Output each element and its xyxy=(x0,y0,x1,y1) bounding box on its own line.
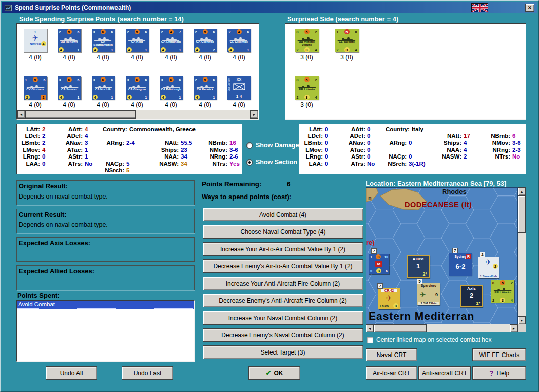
counter-bottom-factors: 41 xyxy=(160,47,183,52)
stat-value: 2 xyxy=(42,133,45,139)
undo-last-button[interactable]: Undo Last xyxy=(122,366,173,380)
air-unit-counter[interactable]: Sparviero✈92 SM.79bis xyxy=(417,283,440,305)
ok-label: OK xyxy=(274,370,283,377)
help-button[interactable]: ? Help xyxy=(472,366,526,380)
scroll-thumb[interactable] xyxy=(25,110,136,119)
spend-option-button[interactable]: Decrease Enemy's Anti-Aircraft Fire Colu… xyxy=(203,294,363,307)
ship-counter[interactable]: 156CV Glorious32 xyxy=(24,76,47,100)
ship-counter[interactable]: 852BB Littorio234 xyxy=(295,76,319,100)
division-size-symbol: XX xyxy=(237,77,241,81)
scroll-left-arrow[interactable]: ◄ xyxy=(366,324,374,332)
ship-silhouette-icon xyxy=(126,34,149,40)
air-counter[interactable]: 1✈Nimrod4 xyxy=(24,29,47,52)
unit-cell: 247CA Effingham414 (0) xyxy=(154,29,188,61)
axis-stack-marker[interactable]: Axis21* xyxy=(460,285,483,307)
spend-option-button[interactable]: Choose Naval Combat Type (4) xyxy=(203,225,363,239)
spend-option-button[interactable]: Increase Your Anti-Aircraft Fire Column … xyxy=(203,277,363,290)
counter-number: 4 xyxy=(315,96,318,99)
stat-value: 0 xyxy=(325,147,328,153)
ship-counter[interactable]: 852BB Vittorio Veneto234 xyxy=(295,29,319,52)
counter-bottom-factors: 234 xyxy=(295,94,319,100)
counter-number-circle: 3 xyxy=(376,254,381,259)
stat-cell: NAtt:17 xyxy=(440,133,489,139)
ship-counter[interactable]: 158CL Taranto234 xyxy=(335,29,359,52)
scroll-left-arrow[interactable]: ◄ xyxy=(17,110,25,119)
radio-circle-icon[interactable] xyxy=(246,142,253,149)
ship-counter[interactable]: 256CA Berwick41 xyxy=(194,76,217,100)
ship-counter[interactable]: 256BB Renown41 xyxy=(58,29,81,52)
ships-horizontal-scrollbar[interactable]: ◄► xyxy=(17,110,258,119)
ship-unit-counter[interactable]: SydneyR6-2 xyxy=(449,253,472,276)
stat-value: No xyxy=(367,161,375,167)
naval-unit-counter[interactable]: 1310M036 xyxy=(369,254,389,274)
counter-number: 3 xyxy=(93,78,96,82)
counter-bottom-factors: 234 xyxy=(295,47,319,52)
scroll-thumb[interactable] xyxy=(518,195,526,233)
ship-counter[interactable]: 852BB Littorio234 xyxy=(491,280,514,303)
stat-label: Country: xyxy=(386,126,410,132)
counter-top-factors: 366 xyxy=(126,76,149,82)
spend-option-button[interactable]: Decrease Enemy's Air-to-Air Combat Value… xyxy=(203,259,363,273)
center-map-checkbox[interactable] xyxy=(367,337,373,343)
center-map-option[interactable]: Center linked map on selected combat hex xyxy=(367,336,491,343)
spend-option-button[interactable]: Select Target (3) xyxy=(203,345,363,359)
stat-value: 0 xyxy=(325,133,328,139)
map-horizontal-scrollbar[interactable]: ◄► xyxy=(366,324,518,332)
spend-option-button[interactable]: Increase Your Naval Combat Column (2) xyxy=(203,311,363,325)
scroll-thumb[interactable] xyxy=(374,324,427,332)
ship-counter[interactable]: 366CA Edinburgh41 xyxy=(160,76,183,100)
air-to-air-crt-button[interactable]: Air-to-air CRT xyxy=(366,366,417,380)
stat-cell: LAtt:0 xyxy=(301,126,344,132)
air-unit-counter[interactable]: CR.42✈Falco3 xyxy=(378,288,400,309)
titlebar[interactable]: Spend Surprise Points (Commonwealth) ✕ xyxy=(2,2,537,13)
stat-value: 4 xyxy=(464,147,467,153)
radio-circle-icon[interactable] xyxy=(246,159,253,166)
ship-counter[interactable]: 366CA Southampton41 xyxy=(92,29,115,52)
wif-fe-charts-button[interactable]: WIF FE Charts xyxy=(472,348,526,361)
ship-counter[interactable]: 366CA Glasgow41 xyxy=(126,76,149,100)
naval-crt-button[interactable]: Naval CRT xyxy=(366,348,417,361)
ok-button[interactable]: ✔ OK xyxy=(248,366,300,380)
counter-top-factors: 852 xyxy=(295,76,319,82)
air-unit-counter[interactable]: ✈21 Swordfish xyxy=(478,257,499,278)
close-button[interactable]: ✕ xyxy=(525,4,534,12)
linked-map-view[interactable]: 71310M036Allied12*7SydneyR6-22✈21 Swordf… xyxy=(366,187,518,324)
stat-value: Commonwealth, Greece xyxy=(129,126,196,132)
stat-cell: NRng:2-3 xyxy=(489,147,522,153)
unit-name: CV Glorious xyxy=(24,88,47,94)
points-spent-item[interactable]: Avoid Combat xyxy=(17,301,194,309)
counter-number: 2 xyxy=(296,96,299,99)
spend-option-button[interactable]: Increase Your Air-to-Air Combat Value By… xyxy=(203,242,363,256)
scroll-down-arrow[interactable]: ▼ xyxy=(518,316,526,324)
show-section-radio[interactable]: Show Section xyxy=(246,159,297,166)
scroll-right-arrow[interactable]: ► xyxy=(250,110,258,119)
ship-counter[interactable]: 256CA Kent41 xyxy=(126,29,149,52)
ways-to-spend-label: Ways to spend points (cost): xyxy=(202,193,291,201)
land-division-counter[interactable]: XX1-42nd Enf Div xyxy=(227,76,251,100)
ship-counter[interactable]: 366CA Sussex41 xyxy=(58,76,81,100)
ship-counter[interactable]: 366CA Norfolk41 xyxy=(92,76,115,100)
unit-name: CL Taranto xyxy=(335,40,359,47)
ship-counter[interactable]: 256CA Cornwall42 xyxy=(194,29,217,52)
ship-counter[interactable]: 246CL Colombo41 xyxy=(227,29,251,52)
unit-name: CA Cornwall xyxy=(194,40,217,47)
map-label: re) xyxy=(366,239,375,246)
spend-option-button[interactable]: Avoid Combat (4) xyxy=(203,208,363,221)
undo-all-button[interactable]: Undo All xyxy=(46,366,97,380)
spend-option-button[interactable]: Decrease Enemy's Naval Combat Column (2) xyxy=(203,328,363,342)
stat-label: Country: xyxy=(103,126,127,132)
scroll-right-arrow[interactable]: ► xyxy=(510,324,518,332)
ship-counter[interactable]: 247CA Effingham41 xyxy=(160,29,183,52)
map-vertical-scrollbar[interactable]: ▲▼ xyxy=(518,187,526,324)
allied-stack-marker[interactable]: Allied12* xyxy=(407,255,430,278)
scroll-up-arrow[interactable]: ▲ xyxy=(518,187,526,195)
stat-label: NAtt: xyxy=(158,140,179,146)
show-damage-radio[interactable]: Show Damage xyxy=(246,142,299,149)
unit-name: 2nd Enf Div xyxy=(227,78,230,91)
points-spent-list[interactable]: Avoid Combat xyxy=(16,300,195,362)
stats-row: LDef:2ADef:4 xyxy=(19,133,242,140)
stat-label: LMov: xyxy=(301,147,323,153)
counter-number: 2 xyxy=(213,48,216,52)
stat-label: ATac: xyxy=(61,147,83,153)
anti-aircraft-crt-button[interactable]: Anti-aircraft CRT xyxy=(418,366,471,380)
